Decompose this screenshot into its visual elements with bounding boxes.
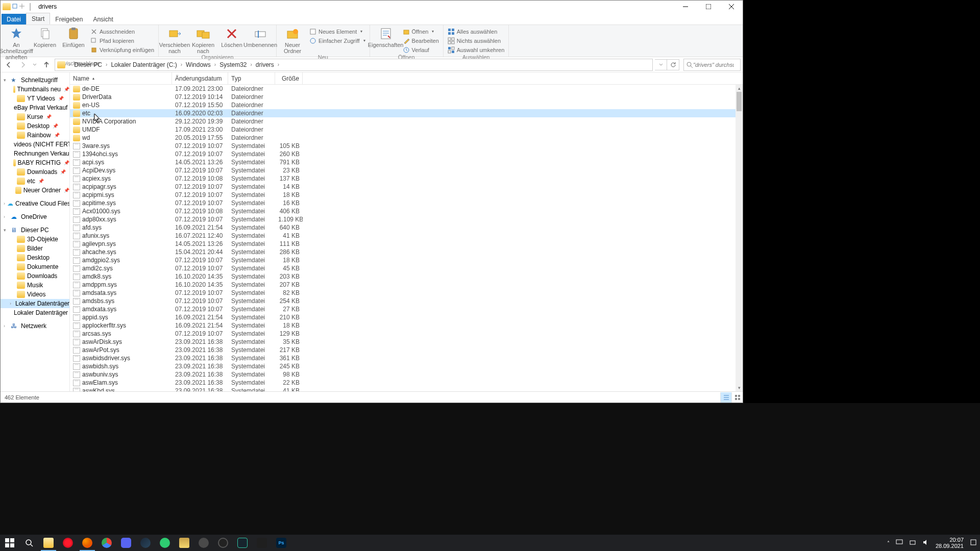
paste-button[interactable]: Einfügen — [60, 27, 87, 48]
file-row[interactable]: wd 20.05.2019 17:55 Dateiordner — [70, 134, 736, 142]
file-row[interactable]: aswArPot.sys 23.09.2021 16:38 Systemdate… — [70, 346, 736, 354]
maximize-button[interactable] — [697, 1, 720, 12]
invert-selection-button[interactable]: Auswahl umkehren — [446, 45, 507, 54]
taskbar-app-streamlabs[interactable] — [233, 535, 252, 551]
sidebar-quick-item-5[interactable]: Rainbow📌 — [1, 131, 69, 140]
sidebar-quick-item-2[interactable]: eBay Privat Verkauf📌 — [1, 103, 69, 112]
taskbar-app-steam[interactable] — [136, 535, 155, 551]
file-row[interactable]: AcpiDev.sys 07.12.2019 10:07 Systemdatei… — [70, 166, 736, 174]
file-row[interactable]: aswbidsdriver.sys 23.09.2021 16:38 Syste… — [70, 354, 736, 362]
taskbar-app-9[interactable] — [252, 535, 272, 551]
address-bar[interactable]: › Dieser PC› Lokaler Datenträger (C:)› W… — [55, 59, 653, 71]
file-row[interactable]: aswbidsh.sys 23.09.2021 16:38 Systemdate… — [70, 362, 736, 370]
tray-notifications-icon[interactable] — [970, 539, 977, 547]
copyto-button[interactable]: Kopieren nach — [189, 27, 217, 54]
file-row[interactable]: aswArDisk.sys 23.09.2021 16:38 Systemdat… — [70, 338, 736, 346]
new-item-button[interactable]: Neues Element▾ — [307, 27, 368, 36]
file-row[interactable]: adp80xx.sys 07.12.2019 10:07 Systemdatei… — [70, 215, 736, 223]
addr-history-dropdown[interactable] — [655, 59, 667, 70]
sidebar-quick-item-7[interactable]: Rechnungen Verkau📌 — [1, 149, 69, 158]
crumb-4[interactable]: drivers — [254, 61, 276, 68]
file-row[interactable]: agilevpn.sys 14.05.2021 13:26 Systemdate… — [70, 240, 736, 248]
sidebar-quickaccess[interactable]: ▾★Schnellzugriff — [1, 76, 69, 85]
open-button[interactable]: Öffnen▾ — [401, 27, 441, 36]
select-all-button[interactable]: Alles auswählen — [446, 27, 507, 36]
file-row[interactable]: acpitime.sys 07.12.2019 10:07 Systemdate… — [70, 199, 736, 207]
sidebar-quick-item-0[interactable]: Thumbnails neu📌 — [1, 85, 69, 94]
file-row[interactable]: amdgpio2.sys 07.12.2019 10:07 Systemdate… — [70, 256, 736, 264]
forward-button[interactable] — [17, 59, 29, 71]
cut-button[interactable]: Ausschneiden — [88, 27, 156, 36]
back-button[interactable] — [3, 59, 15, 71]
sidebar-ccf[interactable]: ›☁Creative Cloud Files — [1, 199, 69, 208]
tray-monitor-icon[interactable] — [896, 539, 903, 547]
up-button[interactable] — [40, 59, 53, 71]
sidebar-quick-item-3[interactable]: Kurse📌 — [1, 112, 69, 121]
file-row[interactable]: Acx01000.sys 07.12.2019 10:08 Systemdate… — [70, 207, 736, 215]
tray-chevron-icon[interactable]: ˄ — [887, 540, 890, 546]
sidebar-quick-item-1[interactable]: YT Videos📌 — [1, 94, 69, 103]
file-row[interactable]: acpipmi.sys 07.12.2019 10:07 Systemdatei… — [70, 191, 736, 199]
properties-button[interactable]: Eigenschaften — [372, 27, 400, 48]
search-box[interactable] — [683, 59, 741, 71]
sidebar-pc-item-6[interactable]: Videos — [1, 290, 69, 299]
sidebar-pc-item-0[interactable]: 3D-Objekte — [1, 235, 69, 244]
file-row[interactable]: NVIDIA Corporation 29.12.2020 19:39 Date… — [70, 117, 736, 126]
sidebar-quick-item-9[interactable]: Downloads📌 — [1, 167, 69, 177]
sidebar-pc-item-2[interactable]: Desktop — [1, 253, 69, 262]
file-row[interactable]: UMDF 17.09.2021 23:00 Dateiordner — [70, 126, 736, 134]
tray-clock[interactable]: 20:07 28.09.2021 — [936, 537, 964, 549]
file-row[interactable]: applockerfltr.sys 16.09.2021 21:54 Syste… — [70, 321, 736, 330]
taskbar-app-firefox[interactable] — [78, 535, 97, 551]
view-large-button[interactable] — [731, 392, 743, 403]
file-row[interactable]: acpipagr.sys 07.12.2019 10:07 Systemdate… — [70, 183, 736, 191]
taskbar-app-chrome[interactable] — [97, 535, 116, 551]
tray-network-icon[interactable] — [909, 539, 916, 547]
tab-file[interactable]: Datei — [2, 14, 26, 24]
sidebar-pc-item-4[interactable]: Downloads — [1, 271, 69, 281]
taskbar-app-discord[interactable] — [116, 535, 136, 551]
crumb-sep[interactable]: › — [67, 62, 72, 67]
col-date[interactable]: Änderungsdatum — [172, 72, 228, 84]
crumb-3[interactable]: System32 — [217, 61, 249, 68]
taskbar-app-6[interactable] — [175, 535, 194, 551]
file-row[interactable]: DriverData 07.12.2019 10:14 Dateiordner — [70, 93, 736, 101]
file-row[interactable]: de-DE 17.09.2021 23:00 Dateiordner — [70, 85, 736, 93]
file-row[interactable]: 1394ohci.sys 07.12.2019 10:07 Systemdate… — [70, 150, 736, 158]
file-row[interactable]: amdppm.sys 16.10.2020 14:35 Systemdatei … — [70, 281, 736, 289]
sidebar-quick-item-10[interactable]: etc📌 — [1, 177, 69, 186]
file-row[interactable]: amdk8.sys 16.10.2020 14:35 Systemdatei 2… — [70, 272, 736, 281]
file-list[interactable]: de-DE 17.09.2021 23:00 Dateiordner Drive… — [70, 85, 736, 391]
taskbar-app-obs[interactable] — [213, 535, 233, 551]
qat-pin-icon[interactable] — [12, 2, 18, 11]
minimize-button[interactable] — [674, 1, 697, 12]
vertical-scrollbar[interactable]: ▴ ▾ — [736, 85, 743, 391]
close-button[interactable] — [720, 1, 743, 12]
taskbar[interactable]: Ps ˄ 20:07 28.09.2021 — [0, 535, 980, 551]
delete-button[interactable]: Löschen — [218, 27, 246, 48]
file-row[interactable]: aswbuniv.sys 23.09.2021 16:38 Systemdate… — [70, 370, 736, 379]
start-button[interactable] — [0, 535, 19, 551]
sidebar[interactable]: ▾★SchnellzugriffThumbnails neu📌YT Videos… — [1, 72, 70, 391]
easy-access-button[interactable]: Einfacher Zugriff▾ — [307, 36, 368, 45]
sidebar-pc-item-3[interactable]: Dokumente — [1, 262, 69, 271]
tab-share[interactable]: Freigeben — [50, 14, 88, 24]
file-row[interactable]: afd.sys 16.09.2021 21:54 Systemdatei 640… — [70, 223, 736, 232]
search-input[interactable] — [693, 62, 734, 68]
col-name[interactable]: Name▴ — [70, 72, 172, 84]
crumb-0[interactable]: Dieser PC — [72, 61, 104, 68]
taskbar-app-7[interactable] — [194, 535, 213, 551]
crumb-2[interactable]: Windows — [184, 61, 213, 68]
file-row[interactable]: aswElam.sys 23.09.2021 16:38 Systemdatei… — [70, 379, 736, 387]
sidebar-pc-item-7[interactable]: ›Lokaler Datenträger (C — [1, 299, 69, 308]
sidebar-quick-item-8[interactable]: BABY RICHTIG📌 — [1, 158, 69, 167]
file-row[interactable]: ahcache.sys 15.04.2021 20:44 Systemdatei… — [70, 248, 736, 256]
taskbar-search-button[interactable] — [19, 535, 39, 551]
tray-volume-icon[interactable] — [922, 539, 929, 547]
file-row[interactable]: arcsas.sys 07.12.2019 10:07 Systemdatei … — [70, 330, 736, 338]
sidebar-pc-item-5[interactable]: Musik — [1, 281, 69, 290]
taskbar-app-opera[interactable] — [58, 535, 78, 551]
file-row[interactable]: amdsata.sys 07.12.2019 10:07 Systemdatei… — [70, 289, 736, 297]
col-size[interactable]: Größe — [275, 72, 303, 84]
sidebar-quick-item-4[interactable]: Desktop📌 — [1, 121, 69, 131]
